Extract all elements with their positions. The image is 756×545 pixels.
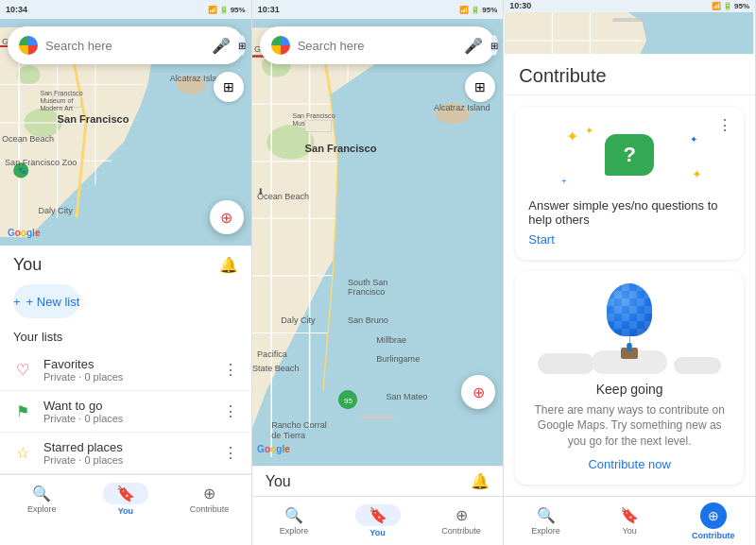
person-icon: 👤 xyxy=(625,343,634,351)
search-bar-2[interactable]: 🎤 ⊞ G xyxy=(260,26,496,64)
mic-icon-2[interactable]: 🎤 xyxy=(464,37,483,55)
list-item-wantgo-1[interactable]: ⚑ Want to go Private · 0 places ⋮ xyxy=(0,391,251,433)
search-input-1[interactable] xyxy=(45,39,204,53)
favorites-more-icon-1[interactable]: ⋮ xyxy=(223,361,238,379)
svg-text:Pacifica: Pacifica xyxy=(257,349,288,359)
svg-text:Daly City: Daly City xyxy=(281,315,316,325)
wantgo-info-1: Want to go Private · 0 places xyxy=(43,399,212,424)
svg-text:Daly City: Daly City xyxy=(38,206,73,215)
search-bar-1[interactable]: 🎤 ⊞ G xyxy=(8,26,244,64)
contribute-now-link[interactable]: Contribute now xyxy=(528,457,730,471)
map-2[interactable]: Alcatraz Island Golden Gate Bridge San F… xyxy=(252,19,504,466)
contribute-header: Contribute xyxy=(504,54,755,95)
keepgoing-title: Keep going xyxy=(528,382,730,397)
contribute-scroll-area: ⋮ ✦ ✦ ✦ ✦ + ? Answer simple yes/no que xyxy=(504,95,755,496)
nav-you-3[interactable]: 🔖 You xyxy=(588,497,672,545)
contribute-icon-1: ⊕ xyxy=(203,485,215,502)
svg-text:⬇: ⬇ xyxy=(257,187,265,196)
contribute-card-qa: ⋮ ✦ ✦ ✦ ✦ + ? Answer simple yes/no que xyxy=(515,107,744,260)
svg-text:San Bruno: San Bruno xyxy=(348,315,388,325)
status-bar-2: 10:31 📶 🔋 95% xyxy=(252,0,504,19)
you-label-1: You xyxy=(118,506,133,516)
wantgo-more-icon-1[interactable]: ⋮ xyxy=(223,402,238,420)
sparkle-icon-1: ✦ xyxy=(566,128,578,145)
you-mini-header-2: You 🔔 xyxy=(252,466,504,496)
explore-icon-3: 🔍 xyxy=(537,506,556,524)
cloud-left xyxy=(538,353,594,374)
nav-explore-1[interactable]: 🔍 Explore xyxy=(0,475,84,523)
you-title-2: You xyxy=(266,473,291,490)
layer-toggle-1[interactable]: ⊞ xyxy=(214,72,244,102)
search-input-2[interactable] xyxy=(298,39,456,53)
svg-text:San Francisco: San Francisco xyxy=(58,113,129,125)
svg-text:Rancho Corral: Rancho Corral xyxy=(271,420,327,430)
time-1: 10:34 xyxy=(6,5,27,14)
favorites-sub-1: Private · 0 places xyxy=(43,371,212,383)
nav-explore-2[interactable]: 🔍 Explore xyxy=(252,497,336,545)
nav-you-1[interactable]: 🔖 You xyxy=(84,475,168,523)
you-icon-1: 🔖 xyxy=(116,485,135,502)
wantgo-icon-1: ⚑ xyxy=(13,402,32,420)
notification-icon-2[interactable]: 🔔 xyxy=(471,472,490,490)
svg-text:Millbrae: Millbrae xyxy=(376,335,406,345)
svg-rect-25 xyxy=(304,120,331,131)
contribute-icon-2: ⊕ xyxy=(455,506,468,524)
keepgoing-desc: There are many ways to contribute on Goo… xyxy=(528,402,730,450)
nav-explore-3[interactable]: 🔍 Explore xyxy=(504,497,588,545)
drag-handle-3 xyxy=(612,18,646,22)
bottom-nav-2: 🔍 Explore 🔖 You ⊕ Contribute xyxy=(252,496,504,545)
favorites-name-1: Favorites xyxy=(43,357,212,371)
starred-more-icon-1[interactable]: ⋮ xyxy=(223,444,238,462)
favorites-info-1: Favorites Private · 0 places xyxy=(43,357,212,383)
explore-label-2: Explore xyxy=(280,526,309,536)
lens-btn-1[interactable]: ⊞ xyxy=(238,35,246,56)
panel-you-2: 10:31 📶 🔋 95% xyxy=(252,0,505,545)
nav-contribute-3[interactable]: ⊕ Contribute xyxy=(671,497,755,545)
starred-icon-1: ☆ xyxy=(13,444,32,462)
contribute-content: Contribute ⋮ ✦ ✦ ✦ ✦ + ? xyxy=(504,54,755,545)
starred-sub-1: Private · 0 places xyxy=(43,454,212,466)
nav-contribute-1[interactable]: ⊕ Contribute xyxy=(167,475,251,523)
status-icons-2: 📶 🔋 95% xyxy=(459,6,497,14)
contribute-card-keepgoing: 👤 Keep going There are many ways to cont… xyxy=(515,271,744,485)
contribute-icon-3-active: ⊕ xyxy=(700,502,727,529)
wantgo-sub-1: Private · 0 places xyxy=(43,413,212,424)
status-bar-3: 10:30 📶 🔋 95% xyxy=(504,0,755,12)
svg-text:Alcatraz Island: Alcatraz Island xyxy=(434,103,490,112)
contribute-map-thumbnail xyxy=(504,12,755,54)
status-icons-3: 📶 🔋 95% xyxy=(712,2,749,10)
svg-text:95: 95 xyxy=(344,397,352,405)
cloud-right xyxy=(674,357,721,374)
svg-text:San Francisco Zoo: San Francisco Zoo xyxy=(5,158,77,167)
sparkle-icon-5: + xyxy=(561,177,566,186)
nav-contribute-2[interactable]: ⊕ Contribute xyxy=(420,497,504,545)
you-icon-2: 🔖 xyxy=(369,507,387,523)
balloon-body xyxy=(607,283,652,336)
svg-text:State Beach: State Beach xyxy=(252,364,299,373)
svg-text:Modern Art: Modern Art xyxy=(40,105,73,111)
location-fab-1[interactable]: ⊕ xyxy=(210,200,244,234)
svg-text:South San: South San xyxy=(348,278,387,287)
list-item-favorites-1[interactable]: ♡ Favorites Private · 0 places ⋮ xyxy=(0,349,251,391)
balloon-illustration: 👤 xyxy=(528,284,730,374)
svg-text:Museum of: Museum of xyxy=(40,97,73,104)
new-list-button-1[interactable]: + + New list xyxy=(13,284,79,318)
you-icon-3: 🔖 xyxy=(620,506,639,524)
contribute-label-1: Contribute xyxy=(190,504,230,514)
qa-illustration: ✦ ✦ ✦ ✦ + ? xyxy=(528,120,730,191)
svg-text:San Francisco: San Francisco xyxy=(40,90,82,96)
svg-text:Burlingame: Burlingame xyxy=(376,354,420,364)
map-1[interactable]: Alcatraz Island Golden Gate Bridge San F… xyxy=(0,19,251,246)
explore-label-1: Explore xyxy=(27,504,57,514)
balloon-container: 👤 xyxy=(607,283,652,359)
nav-you-2[interactable]: 🔖 You xyxy=(335,497,420,545)
bottom-nav-3: 🔍 Explore 🔖 You ⊕ Contribute xyxy=(504,496,755,545)
you-label-2: You xyxy=(369,528,385,537)
you-section-1: You 🔔 + + New list Your lists ♡ Favorite… xyxy=(0,246,251,474)
panel-you-1: 10:34 📶 🔋 95% Al xyxy=(0,0,252,545)
notification-icon-1[interactable]: 🔔 xyxy=(219,256,238,274)
qa-card-start-link[interactable]: Start xyxy=(528,232,730,247)
list-item-starred-1[interactable]: ☆ Starred places Private · 0 places ⋮ xyxy=(0,433,251,474)
lens-btn-2[interactable]: ⊞ xyxy=(490,35,498,56)
mic-icon-1[interactable]: 🎤 xyxy=(212,37,231,55)
